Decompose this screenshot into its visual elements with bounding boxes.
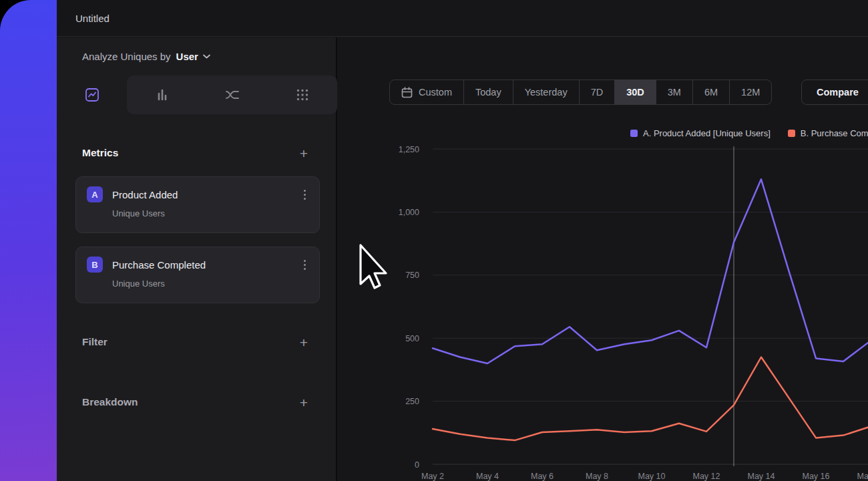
metric-badge: B <box>87 257 103 273</box>
svg-text:May 14: May 14 <box>748 472 775 481</box>
svg-text:May 6: May 6 <box>531 472 554 481</box>
uniques-by-value: User <box>176 51 198 62</box>
analyze-uniques-label: Analyze Uniques by <box>82 51 171 62</box>
metric-badge: A <box>87 186 103 202</box>
topbar: Untitled <box>57 0 868 37</box>
tab-flows[interactable] <box>197 75 267 114</box>
kebab-menu-icon[interactable] <box>301 187 308 202</box>
svg-text:May 4: May 4 <box>476 472 499 481</box>
bar-chart-icon <box>154 87 170 103</box>
kebab-menu-icon[interactable] <box>301 257 308 273</box>
breakdown-label: Breakdown <box>82 396 138 408</box>
metric-card-list: AProduct AddedUnique UsersBPurchase Comp… <box>75 176 320 317</box>
svg-text:1,000: 1,000 <box>399 208 419 217</box>
report-title: Untitled <box>75 13 110 24</box>
metric-name: Purchase Completed <box>112 259 301 271</box>
svg-text:May 8: May 8 <box>586 472 608 481</box>
svg-text:750: 750 <box>405 271 419 280</box>
metric-name: Product Added <box>112 189 301 200</box>
brand-gradient-sidebar <box>0 0 57 481</box>
filter-label: Filter <box>82 336 107 348</box>
add-metric-button[interactable]: + <box>296 146 311 160</box>
line-chart: 02505007501,0001,250May 2May 4May 6May 8… <box>339 37 868 481</box>
chart-type-tabs <box>57 75 337 114</box>
svg-text:500: 500 <box>405 334 419 343</box>
svg-text:May 2: May 2 <box>421 472 444 481</box>
metric-card-a[interactable]: AProduct AddedUnique Users <box>75 176 320 233</box>
tab-funnels[interactable] <box>127 75 197 114</box>
metrics-section-header: Metrics + <box>57 141 337 165</box>
svg-text:May 18: May 18 <box>857 472 868 481</box>
metric-measurement[interactable]: Unique Users <box>112 208 308 218</box>
svg-text:May 10: May 10 <box>638 472 666 481</box>
svg-text:250: 250 <box>405 397 419 406</box>
chart-panel: CustomTodayYesterday7D30D3M6M12M Compare… <box>339 37 868 481</box>
line-chart-icon <box>84 87 100 103</box>
svg-text:0: 0 <box>415 460 419 470</box>
metric-measurement[interactable]: Unique Users <box>112 279 308 289</box>
dots-grid-icon <box>294 87 310 103</box>
flows-icon <box>224 87 240 103</box>
breakdown-section-header: Breakdown + <box>57 390 337 414</box>
add-filter-button[interactable]: + <box>296 335 311 349</box>
add-breakdown-button[interactable]: + <box>296 395 311 410</box>
svg-text:May 12: May 12 <box>693 472 720 481</box>
chevron-down-icon <box>203 54 210 59</box>
metrics-label: Metrics <box>82 147 118 159</box>
chart-type-tab-group <box>127 75 337 114</box>
tab-retention[interactable] <box>267 75 337 114</box>
svg-text:1,250: 1,250 <box>399 145 419 154</box>
query-builder-panel: Analyze Uniques by User <box>57 37 337 481</box>
filter-section-header: Filter + <box>57 330 337 354</box>
svg-text:May 16: May 16 <box>803 472 830 481</box>
app-window: Untitled Analyze Uniques by User <box>0 0 868 481</box>
uniques-by-selector[interactable]: User <box>176 51 210 62</box>
metric-card-b[interactable]: BPurchase CompletedUnique Users <box>75 247 320 303</box>
app-surface: Untitled Analyze Uniques by User <box>57 0 868 481</box>
panel-header: Analyze Uniques by User <box>57 37 336 75</box>
tab-insights[interactable] <box>57 75 127 114</box>
